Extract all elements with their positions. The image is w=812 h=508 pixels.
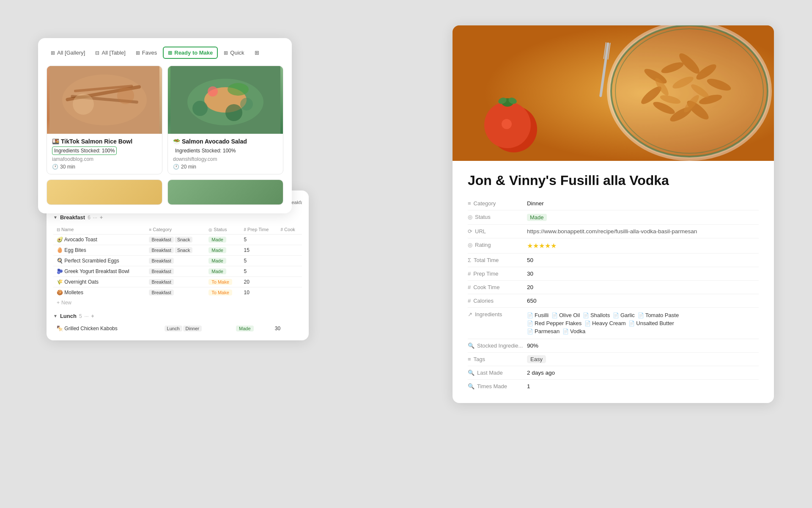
ingredient-red-pepper[interactable]: 📄 Red Pepper Flakes [527,320,582,326]
ingredient-heavy-cream[interactable]: 📄 Heavy Cream [584,320,625,326]
stocked-icon: 🔍 [468,342,475,349]
tab-more[interactable]: ⊞ [250,47,263,58]
field-last-made: 🔍 Last Made 2 days ago [468,366,759,380]
card-body-salmon: 🍱 TikTok Salmon Rice Bowl Ingredients St… [47,134,162,174]
url-icon: ⟳ [468,228,472,235]
stocked-value: 90% [527,342,759,349]
recipe-card-salmon[interactable]: 🍱 TikTok Salmon Rice Bowl Ingredients St… [47,66,162,174]
cell-prep: 20 [241,277,277,287]
cell-prep: 10 [241,287,277,298]
cell-category: Breakfast [145,256,205,266]
cell-name: 🥚 Egg Bites [53,245,145,256]
detail-panel: Jon & Vinny's Fusilli alla Vodka ≡ Categ… [453,25,774,403]
field-category: ≡ Category Dinner [468,197,759,210]
gallery-icon: ⊞ [51,50,55,56]
svg-point-11 [240,98,253,110]
cell-prep: 5 [241,235,277,245]
cell-prep: 30 [272,323,291,334]
table-row[interactable]: 🌾 Overnight Oats Breakfast To Make 20 [53,277,302,287]
tab-quick[interactable]: ⊞ Quick [219,47,248,58]
cell-status: Made [205,245,240,256]
card-time-salmon: 🕐 30 min [52,164,157,170]
cell-prep: 5 [241,256,277,266]
table-row[interactable]: 🍢 Grilled Chicken Kabobs LunchDinner Mad… [53,323,302,334]
category-value: Dinner [527,200,759,207]
field-url: ⟳ URL https://www.bonappetit.com/recipe/… [468,225,759,238]
recipe-card-salad[interactable]: 🥗 Salmon Avocado Salad Ingredients Stock… [167,66,283,174]
ingredient-unsalted-butter[interactable]: 📄 Unsalted Butter [628,320,674,326]
cell-cook [291,323,302,334]
cell-category: LunchDinner [161,323,233,334]
field-ingredients: ↗ Ingredients 📄 Fusilli 📄 Olive Oil 📄 Sh… [468,308,759,339]
table-row[interactable]: 🫐 Greek Yogurt Breakfast Bowl Breakfast … [53,266,302,277]
ingredient-garlic[interactable]: 📄 Garlic [613,312,635,318]
tab-faves[interactable]: ⊞ Faves [132,47,161,58]
cell-category: BreakfastSnack [145,235,205,245]
table-row[interactable]: 🥑 Avocado Toast BreakfastSnack Made 5 [53,235,302,245]
faves-icon: ⊞ [136,50,140,56]
card-title-salmon: 🍱 TikTok Salmon Rice Bowl [52,138,157,145]
ingredient-tomato-paste[interactable]: 📄 Tomato Paste [638,312,679,318]
col-name: ⊟ Name [53,225,145,235]
add-new-row[interactable]: + New [53,298,302,308]
last-made-value: 2 days ago [527,370,759,376]
cell-name: 🫐 Greek Yogurt Breakfast Bowl [53,266,145,277]
svg-point-13 [208,86,218,97]
tags-icon: ≡ [468,356,471,362]
cell-cook [277,256,302,266]
cell-status: Made [233,323,272,334]
quick-icon: ⊞ [224,50,228,56]
recipe-detail-body: Jon & Vinny's Fusilli alla Vodka ≡ Categ… [453,161,774,403]
svg-point-40 [502,119,512,129]
times-made-icon: 🔍 [468,383,475,389]
card-stocked-salad: Ingredients Stocked: 100% [173,146,238,155]
card-image-salmon [47,66,162,134]
table-row[interactable]: 🍳 Perfect Scrambled Eggs Breakfast Made … [53,256,302,266]
rating-value: ★★★★★ [527,242,759,250]
col-cook: # Cook [277,225,302,235]
last-made-icon: 🔍 [468,370,475,376]
chevron-down-icon: ▼ [53,215,58,220]
svg-point-14 [228,83,249,96]
calories-value: 650 [527,298,759,304]
cell-cook [277,266,302,277]
table-row[interactable]: 🍪 Molletes Breakfast To Make 10 [53,287,302,298]
cell-cook [277,277,302,287]
table-row[interactable]: 🥚 Egg Bites BreakfastSnack Made 15 [53,245,302,256]
card-body-salad: 🥗 Salmon Avocado Salad Ingredients Stock… [168,134,283,174]
lunch-section-header: ▼ Lunch 5 ··· + [53,311,302,321]
chevron-down-icon-lunch: ▼ [53,314,58,318]
ingredient-shallots[interactable]: 📄 Shallots [583,312,610,318]
field-total-time: Σ Total Time 50 [468,254,759,267]
cell-status: Made [205,256,240,266]
cell-cook [277,287,302,298]
ingredient-parmesan[interactable]: 📄 Parmesan [527,328,560,334]
prep-icon: # [468,271,471,277]
status-icon: ◎ [468,214,472,220]
col-status: ◎ Status [205,225,240,235]
gallery-tab-bar: ⊞ All [Gallery] ⊟ All [Table] ⊞ Faves ⊞ … [47,47,283,59]
lunch-table: 🍢 Grilled Chicken Kabobs LunchDinner Mad… [53,323,302,334]
ingredient-fusilli[interactable]: 📄 Fusilli [527,312,549,318]
cell-name: 🍳 Perfect Scrambled Eggs [53,256,145,266]
card-time-salad: 🕐 20 min [173,164,278,170]
field-status: ◎ Status Made [468,210,759,225]
tab-ready-to-make[interactable]: ⊞ Ready to Make [163,47,218,59]
gallery-grid: 🍱 TikTok Salmon Rice Bowl Ingredients St… [47,66,283,205]
partial-card-2 [167,179,283,205]
ingredient-vodka[interactable]: 📄 Vodka [562,328,585,334]
col-category: ≡ Category [145,225,205,235]
url-value[interactable]: https://www.bonappetit.com/recipe/fusill… [527,228,759,235]
field-calories: # Calories 650 [468,294,759,308]
cell-prep: 5 [241,266,277,277]
tab-all-table[interactable]: ⊟ All [Table] [91,47,129,58]
svg-point-12 [225,104,242,121]
tab-all-gallery[interactable]: ⊞ All [Gallery] [47,47,89,58]
cell-status: To Make [205,287,240,298]
cell-name: 🥑 Avocado Toast [53,235,145,245]
ingredient-olive-oil[interactable]: 📄 Olive Oil [551,312,580,318]
field-prep-time: # Prep Time 30 [468,267,759,281]
cell-name: 🍢 Grilled Chicken Kabobs [53,323,161,334]
card-source-salad: downshiftology.com [173,156,278,162]
cell-category: BreakfastSnack [145,245,205,256]
